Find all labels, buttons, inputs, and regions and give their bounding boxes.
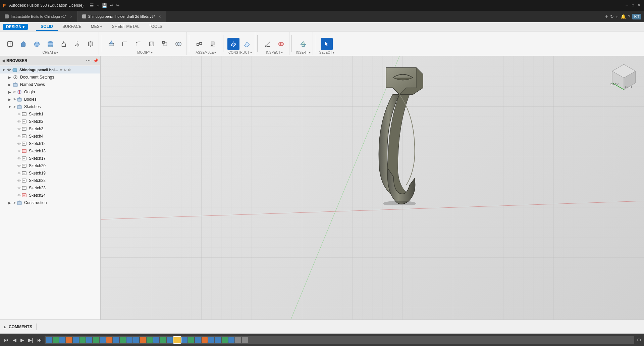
construction-eye[interactable]: 👁 xyxy=(13,201,16,205)
root-settings-icon[interactable]: ⚙ xyxy=(68,68,71,72)
timeline-item-3[interactable] xyxy=(59,337,65,343)
timeline-item-6[interactable] xyxy=(79,337,86,343)
timeline-item-16[interactable] xyxy=(147,337,153,343)
viewport[interactable]: BACK LEFT xyxy=(101,56,644,319)
tree-construction[interactable]: 👁 Construction xyxy=(0,199,100,206)
bodies-eye[interactable]: 👁 xyxy=(13,98,16,101)
sketch22-eye[interactable]: 👁 xyxy=(17,179,21,183)
root-refresh-icon[interactable]: ↻ xyxy=(64,68,66,72)
tab-shindogu[interactable]: Shindogu pencil holder draft 2d fillets … xyxy=(77,11,166,22)
tree-sketch1[interactable]: 👁 Sketch1 xyxy=(0,110,100,118)
tree-root[interactable]: 👁 Shindogu pencil hol... ✏ ↻ ⚙ xyxy=(0,66,100,73)
timeline-item-11[interactable] xyxy=(113,337,119,343)
joint-button[interactable] xyxy=(193,38,205,50)
inspect-label[interactable]: INSPECT ▾ xyxy=(266,51,283,54)
maximize-button[interactable]: □ xyxy=(631,3,635,8)
tree-sketch19[interactable]: 👁 Sketch19 xyxy=(0,169,100,177)
sidebar-collapse-button[interactable]: ⋯ xyxy=(86,58,91,63)
sketch23-eye[interactable]: 👁 xyxy=(17,186,21,190)
assemble-label[interactable]: ASSEMBLE ▾ xyxy=(196,51,216,54)
timeline-item-20[interactable] xyxy=(173,337,181,343)
sketch13-eye[interactable]: 👁 xyxy=(17,149,21,153)
ground-button[interactable] xyxy=(207,38,219,50)
combine-button[interactable] xyxy=(172,38,184,50)
press-pull-button[interactable] xyxy=(105,38,117,50)
extrude-button[interactable] xyxy=(58,38,70,50)
offset-plane-button[interactable] xyxy=(227,38,239,50)
sketch3-eye[interactable]: 👁 xyxy=(17,127,21,131)
comments-arrow[interactable]: ▲ xyxy=(3,325,7,329)
tree-named-views[interactable]: Named Views xyxy=(0,81,100,88)
timeline-item-15[interactable] xyxy=(140,337,146,343)
timeline-item-27[interactable] xyxy=(222,337,228,343)
sketch1-eye[interactable]: 👁 xyxy=(17,112,21,116)
notification-button[interactable]: 🔔 xyxy=(621,14,626,19)
new-component-button[interactable] xyxy=(4,38,16,50)
tree-sketch22[interactable]: 👁 Sketch22 xyxy=(0,177,100,184)
timeline-item-26[interactable] xyxy=(215,337,221,343)
timeline-item-14[interactable] xyxy=(133,337,139,343)
origin-eye[interactable]: 👁 xyxy=(13,90,16,94)
timeline-item-8[interactable] xyxy=(93,337,99,343)
timeline-item-10[interactable] xyxy=(106,337,112,343)
construct-label[interactable]: CONSTRUCT ▾ xyxy=(228,51,252,54)
named-views-toggle[interactable] xyxy=(7,82,12,87)
tree-sketch3[interactable]: 👁 Sketch3 xyxy=(0,125,100,133)
tab-instructable[interactable]: Instructable Edits to Chindogu v1* ✕ xyxy=(0,11,77,22)
cylinder-button[interactable] xyxy=(44,38,56,50)
timeline-item-23[interactable] xyxy=(195,337,201,343)
timeline-item-28[interactable] xyxy=(228,337,234,343)
sketches-eye[interactable]: 👁 xyxy=(13,105,16,109)
timeline-item-17[interactable] xyxy=(153,337,159,343)
tree-bodies[interactable]: 👁 Bodies xyxy=(0,96,100,103)
timeline-item-24[interactable] xyxy=(202,337,208,343)
help-button[interactable]: ? xyxy=(628,14,630,19)
timeline-item-4[interactable] xyxy=(66,337,72,343)
home-icon[interactable]: ⌂ xyxy=(97,3,99,8)
timeline-item-7[interactable] xyxy=(86,337,92,343)
timeline-item-5[interactable] xyxy=(73,337,79,343)
sketch12-eye[interactable]: 👁 xyxy=(17,142,21,146)
sketch24-eye[interactable]: 👁 xyxy=(17,194,21,197)
home-tab-button[interactable]: ⌂ xyxy=(616,14,619,19)
close-button[interactable]: ✕ xyxy=(637,3,641,8)
timeline-first-button[interactable]: ⏮ xyxy=(3,337,10,343)
new-tab-button[interactable]: + xyxy=(605,13,608,19)
redo-icon[interactable]: ↪ xyxy=(116,3,119,8)
tab-mesh[interactable]: MESH xyxy=(86,23,107,31)
bodies-toggle[interactable] xyxy=(7,97,12,102)
tab-solid[interactable]: SOLID xyxy=(36,23,58,31)
construction-toggle[interactable] xyxy=(7,200,12,205)
timeline-item-22[interactable] xyxy=(188,337,194,343)
tree-sketches[interactable]: 👁 Sketches xyxy=(0,103,100,110)
revolve-button[interactable] xyxy=(71,38,83,50)
timeline-item-18[interactable] xyxy=(160,337,166,343)
tree-sketch24[interactable]: 👁 Sketch24 xyxy=(0,192,100,199)
sketch19-eye[interactable]: 👁 xyxy=(17,171,21,175)
tab-surface[interactable]: SURFACE xyxy=(58,23,86,31)
timeline-next-button[interactable]: ▶| xyxy=(27,337,35,343)
select-label[interactable]: SELECT ▾ xyxy=(319,51,335,54)
tree-sketch13[interactable]: 👁 Sketch13 xyxy=(0,147,100,155)
timeline-prev-button[interactable]: ◀ xyxy=(11,337,18,343)
timeline-item-19[interactable] xyxy=(167,337,173,343)
timeline-settings-button[interactable]: ⚙ xyxy=(637,337,641,343)
timeline-item-13[interactable] xyxy=(126,337,132,343)
refresh-button[interactable]: ↻ xyxy=(610,14,614,19)
tree-sketch17[interactable]: 👁 Sketch17 xyxy=(0,155,100,162)
save-icon[interactable]: 💾 xyxy=(102,3,107,8)
sketch17-eye[interactable]: 👁 xyxy=(17,157,21,160)
origin-toggle[interactable] xyxy=(7,90,12,94)
timeline-item-1[interactable] xyxy=(46,337,52,343)
view-cube[interactable]: BACK LEFT xyxy=(609,61,639,91)
sketch4-eye[interactable]: 👁 xyxy=(17,135,21,138)
interference-button[interactable] xyxy=(275,38,287,50)
move-button[interactable] xyxy=(85,38,97,50)
tab-sheet-metal[interactable]: SHEET METAL xyxy=(107,23,144,31)
root-edit-icon[interactable]: ✏ xyxy=(60,68,62,72)
tree-sketch12[interactable]: 👁 Sketch12 xyxy=(0,140,100,147)
box-button[interactable] xyxy=(17,38,30,50)
root-eye[interactable]: 👁 xyxy=(7,68,11,72)
tree-sketch4[interactable]: 👁 Sketch4 xyxy=(0,133,100,140)
timeline-item-30[interactable] xyxy=(242,337,248,343)
